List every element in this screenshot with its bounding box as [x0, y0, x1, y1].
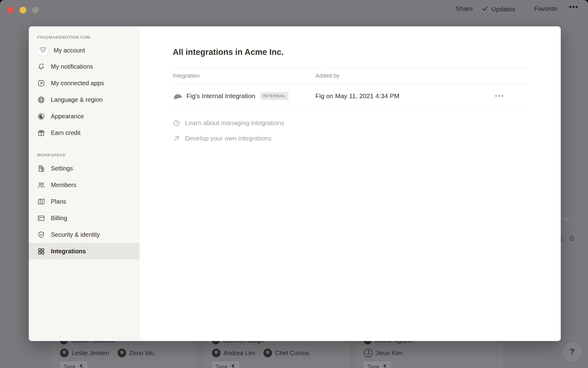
hammer-icon	[78, 363, 83, 368]
internal-badge: INTERNAL	[260, 92, 288, 100]
sidebar-item-plans[interactable]: Plans	[29, 193, 140, 210]
sidebar-item-label: Security & identity	[51, 231, 100, 238]
sidebar-item-my-notifications[interactable]: My notifications	[29, 58, 140, 75]
sidebar-item-my-connected-apps[interactable]: My connected apps	[29, 75, 140, 91]
rainbow-arcs-icon	[173, 90, 182, 101]
sidebar-item-label: My notifications	[51, 63, 93, 70]
account-email-label: FIG@MAKENOTION.COM	[37, 34, 140, 40]
clipped-text-fragment: ns	[562, 215, 569, 223]
sidebar-item-label: My account	[54, 47, 85, 54]
person: J Jieun Kim	[364, 349, 402, 357]
app-window: Share Updates Favorite ••• Shawn Sanchez…	[0, 0, 588, 368]
column-header-added-by: Added by	[315, 72, 339, 79]
check-icon	[481, 5, 488, 13]
added-by-value: Fig on May 11, 2021 4:34 PM	[315, 92, 399, 100]
help-circle-icon	[173, 119, 180, 127]
sidebar-item-members[interactable]: Members	[29, 177, 140, 193]
zoom-window-button[interactable]	[32, 7, 39, 13]
task-chip: Task	[60, 362, 87, 368]
people-icon	[37, 181, 45, 189]
sidebar-item-billing[interactable]: Billing	[29, 210, 140, 226]
person: Leslie Jensen	[60, 349, 109, 357]
sidebar-item-label: Language & region	[51, 96, 103, 103]
person: Chet Corcos	[263, 349, 309, 357]
avatar	[212, 349, 221, 357]
hammer-icon	[230, 363, 235, 368]
sidebar-item-label: Earn credit	[51, 129, 81, 136]
clipped-count-value: 0	[570, 234, 574, 243]
develop-integrations-link[interactable]: Develop your own integrations	[173, 131, 561, 146]
link-label: Learn about managing integrations	[185, 119, 285, 127]
hammer-icon	[382, 363, 387, 368]
task-chip: Task	[364, 362, 391, 368]
person: Andrea Lim	[212, 349, 255, 357]
table-header-row: Integration Added by	[173, 67, 529, 84]
sidebar-item-label: Members	[51, 182, 76, 189]
row-more-menu-icon[interactable]: •••	[495, 92, 505, 100]
close-window-button[interactable]	[7, 7, 14, 13]
page-title: All integrations in Acme Inc.	[173, 48, 561, 58]
arrow-out-square-icon	[37, 79, 45, 87]
shield-check-icon	[37, 231, 45, 239]
help-button[interactable]: ?	[563, 343, 581, 361]
updates-button[interactable]: Updates	[481, 5, 515, 13]
sidebar-item-label: Plans	[51, 198, 66, 205]
sidebar-item-appearance[interactable]: Appearance	[29, 108, 140, 125]
sidebar-item-label: Integrations	[51, 248, 86, 255]
building-icon	[37, 164, 45, 173]
credit-card-icon	[37, 214, 45, 222]
screen: Share Updates Favorite ••• Shawn Sanchez…	[0, 0, 588, 368]
integration-name: Fig's Internal Integration	[187, 92, 255, 100]
window-titlebar: Share Updates Favorite •••	[0, 0, 588, 17]
table-row[interactable]: Fig's Internal Integration INTERNAL Fig …	[173, 84, 529, 108]
person: Zeno Wu	[118, 349, 154, 357]
globe-icon	[37, 96, 45, 104]
gift-icon	[37, 129, 45, 137]
moon-circle-icon	[37, 112, 45, 121]
avatar	[60, 349, 69, 357]
sidebar-item-earn-credit[interactable]: Earn credit	[29, 125, 140, 141]
sidebar-item-integrations[interactable]: Integrations	[29, 243, 140, 259]
avatar-initial-j: J	[364, 349, 372, 357]
avatar	[118, 349, 126, 357]
sidebar-item-label: Billing	[51, 215, 67, 222]
settings-modal: FIG@MAKENOTION.COM My account	[29, 26, 561, 341]
sidebar-item-security-identity[interactable]: Security & identity	[29, 226, 140, 243]
help-links: Learn about managing integrations Develo…	[173, 115, 561, 146]
grid-icon	[37, 247, 45, 255]
workspace-section-label: WORKSPACE	[37, 151, 140, 158]
minimize-window-button[interactable]	[20, 7, 26, 13]
sidebar-item-my-account[interactable]: My account	[29, 42, 140, 58]
avatar	[263, 349, 272, 357]
task-chip: Task	[212, 362, 239, 368]
map-icon	[37, 197, 45, 206]
settings-sidebar: FIG@MAKENOTION.COM My account	[29, 26, 140, 341]
sidebar-item-label: Appearance	[51, 113, 84, 120]
integrations-table: Integration Added by	[173, 67, 529, 108]
sidebar-item-label: Settings	[51, 165, 73, 172]
learn-integrations-link[interactable]: Learn about managing integrations	[173, 115, 561, 131]
column-header-integration: Integration	[173, 72, 315, 79]
sidebar-item-label: My connected apps	[51, 80, 104, 87]
arrow-up-right-icon	[173, 135, 180, 142]
sidebar-item-settings[interactable]: Settings	[29, 160, 140, 177]
favorite-button[interactable]: Favorite	[534, 5, 557, 12]
more-menu-icon[interactable]: •••	[569, 2, 579, 11]
integrations-panel: All integrations in Acme Inc. Integratio…	[140, 26, 561, 341]
integration-name-cell: Fig's Internal Integration INTERNAL	[173, 90, 315, 101]
share-button[interactable]: Share	[456, 5, 473, 12]
sidebar-item-language-region[interactable]: Language & region	[29, 91, 140, 108]
bell-icon	[37, 63, 45, 71]
fig-avatar-icon	[37, 44, 49, 56]
link-label: Develop your own integrations	[185, 135, 272, 142]
